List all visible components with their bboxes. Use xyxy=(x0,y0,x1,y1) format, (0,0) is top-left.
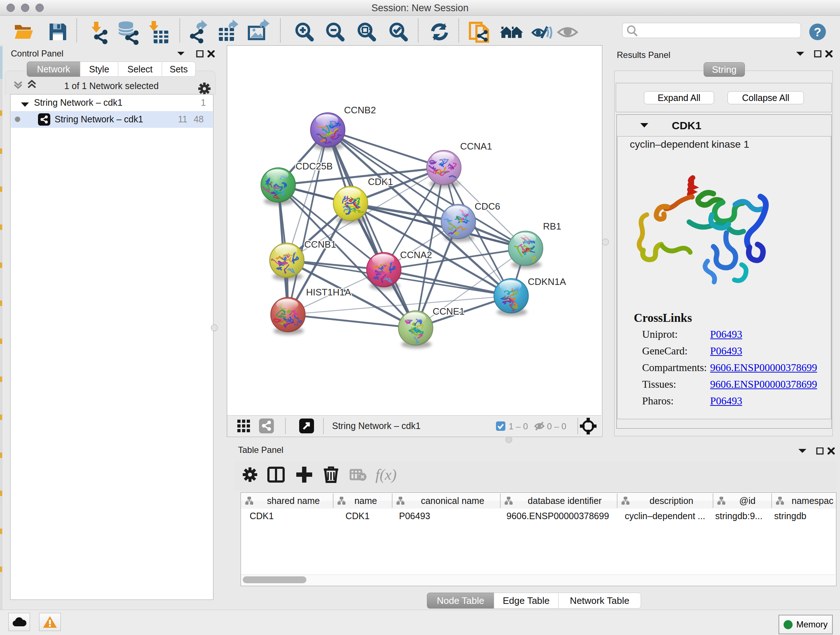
svg-text:RB1: RB1 xyxy=(543,221,561,232)
svg-text:?: ? xyxy=(814,25,821,39)
svg-text:CDC6: CDC6 xyxy=(475,201,500,212)
svg-text:f(x): f(x) xyxy=(376,466,396,483)
svg-text:CCNE1: CCNE1 xyxy=(433,306,464,317)
svg-text:@id: @id xyxy=(739,496,756,506)
svg-text:CDC25B: CDC25B xyxy=(295,161,333,172)
svg-text:CCNA1: CCNA1 xyxy=(460,141,492,152)
svg-text:description: description xyxy=(650,496,693,506)
svg-text:namespac: namespac xyxy=(791,496,833,506)
svg-text:CCNB2: CCNB2 xyxy=(344,105,376,116)
svg-text:CDKN1A: CDKN1A xyxy=(528,276,566,287)
svg-text:HIST1H1A: HIST1H1A xyxy=(306,287,351,298)
svg-text:canonical name: canonical name xyxy=(421,496,484,506)
svg-text:shared name: shared name xyxy=(267,496,320,506)
svg-text:CCNA2: CCNA2 xyxy=(400,249,432,260)
svg-text:name: name xyxy=(355,496,377,506)
svg-text:database identifier: database identifier xyxy=(528,496,602,506)
svg-text:CDK1: CDK1 xyxy=(368,176,393,187)
svg-text:CCNB1: CCNB1 xyxy=(304,239,336,250)
